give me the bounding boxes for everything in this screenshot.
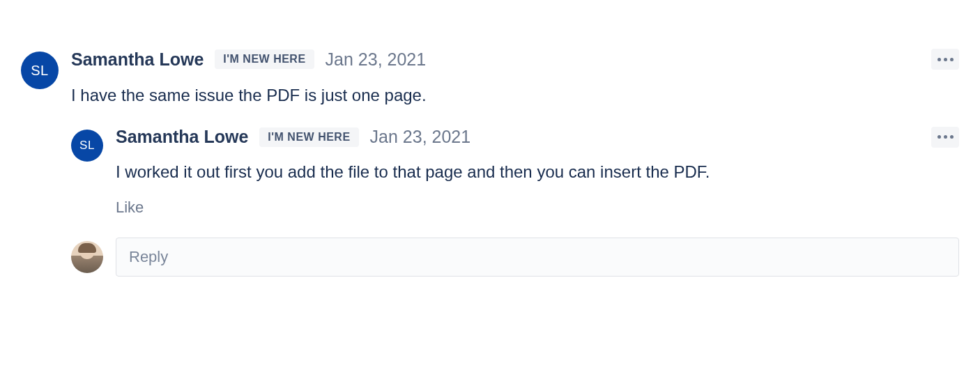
like-button[interactable]: Like [116, 199, 144, 217]
avatar[interactable]: SL [71, 130, 103, 162]
reply-text: I worked it out first you add the file t… [116, 160, 959, 184]
avatar[interactable]: SL [21, 52, 59, 89]
reply-body: Samantha Lowe I'M NEW HERE Jan 23, 2021 … [116, 127, 959, 217]
reply-comment: SL Samantha Lowe I'M NEW HERE Jan 23, 20… [71, 127, 959, 217]
reply-header: Samantha Lowe I'M NEW HERE Jan 23, 2021 [116, 127, 959, 148]
comment-replies: SL Samantha Lowe I'M NEW HERE Jan 23, 20… [71, 127, 959, 277]
current-user-avatar[interactable] [71, 241, 103, 273]
more-actions-button[interactable] [931, 127, 959, 148]
comment-header: Samantha Lowe I'M NEW HERE Jan 23, 2021 [71, 49, 959, 70]
new-user-badge: I'M NEW HERE [259, 127, 358, 147]
more-actions-button[interactable] [931, 49, 959, 70]
comment-date[interactable]: Jan 23, 2021 [326, 49, 427, 70]
avatar-initials: SL [79, 139, 95, 153]
avatar-initials: SL [31, 63, 48, 79]
comment: SL Samantha Lowe I'M NEW HERE Jan 23, 20… [21, 49, 959, 277]
reply-row [71, 238, 959, 277]
ellipsis-icon [937, 135, 954, 139]
author-name[interactable]: Samantha Lowe [116, 127, 248, 147]
ellipsis-icon [937, 58, 954, 61]
author-name[interactable]: Samantha Lowe [71, 49, 204, 70]
comment-date[interactable]: Jan 23, 2021 [370, 127, 471, 147]
new-user-badge: I'M NEW HERE [215, 49, 314, 69]
comment-text: I have the same issue the PDF is just on… [71, 84, 959, 107]
reply-input[interactable] [116, 238, 959, 277]
comment-body: Samantha Lowe I'M NEW HERE Jan 23, 2021 … [71, 49, 959, 277]
